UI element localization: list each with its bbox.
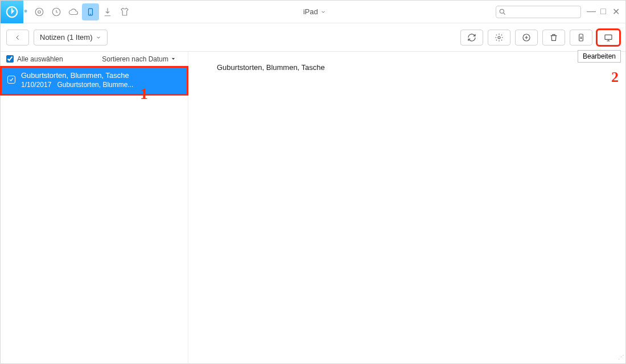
search-input[interactable] [496,6,581,18]
window-controls: — □ ✕ [587,6,620,17]
back-button[interactable] [6,30,29,46]
note-item[interactable]: Guburtstorten, Blummen, Tasche 1/10/2017… [1,67,188,95]
breadcrumb[interactable]: Notizen (1 Item) [34,30,108,46]
callout-1: 1 [140,85,148,103]
app-window: • iPad — □ ✕ Notizen (1 Item) [0,0,626,364]
chevron-left-icon [14,34,21,41]
resize-grip-icon[interactable]: ⋰ [618,354,623,361]
note-title: Guburtstorten, Blummen, Tasche [21,71,181,80]
add-button[interactable] [515,30,538,46]
content-area: Guburtstorten, Blummen, Tasche 1/10/2017… [1,52,625,363]
note-date: 1/10/2017 [21,81,51,89]
download-icon[interactable] [99,3,116,20]
note-checkbox[interactable] [7,76,15,84]
device-selector[interactable]: iPad [303,7,326,16]
note-preview: Guburtstorten, Blumme... [57,81,133,89]
svg-point-6 [500,9,504,13]
refresh-tab-icon[interactable] [48,3,65,20]
settings-button[interactable] [488,30,510,46]
svg-line-7 [504,13,505,14]
note-body: Guburtstorten, Blummen, Tasche [217,63,597,72]
note-content: Guburtstorten, Blummen, Tasche ⋰ [188,52,625,363]
chevron-down-icon [96,35,101,40]
svg-rect-11 [605,35,612,39]
breadcrumb-label: Notizen (1 Item) [40,33,92,42]
to-device-button[interactable] [570,30,592,46]
device-name: iPad [303,7,318,16]
app-logo-icon [1,1,23,23]
maximize-button[interactable]: □ [599,6,607,17]
search-icon [499,8,506,16]
shirt-icon[interactable] [116,3,133,20]
svg-point-8 [498,36,500,39]
top-toolbar: • iPad — □ ✕ [1,1,625,23]
chevron-down-icon [320,9,326,15]
cloud-icon[interactable] [65,3,82,20]
device-icon[interactable] [82,3,99,20]
music-icon[interactable] [31,3,48,20]
sub-toolbar: Notizen (1 Item) Bearbeiten 2 [1,23,625,52]
notes-list: Guburtstorten, Blummen, Tasche 1/10/2017… [1,52,188,363]
action-buttons: Bearbeiten [460,30,620,46]
logo-caret-icon: • [24,6,27,18]
note-meta: 1/10/2017 Guburtstorten, Blumme... [21,81,181,89]
check-icon [9,77,14,82]
delete-button[interactable] [542,30,565,46]
minimize-button[interactable]: — [587,6,595,17]
svg-point-2 [38,10,41,13]
to-computer-button[interactable] [597,30,620,46]
svg-point-1 [36,8,44,16]
refresh-button[interactable] [460,30,483,46]
close-button[interactable]: ✕ [612,6,620,17]
